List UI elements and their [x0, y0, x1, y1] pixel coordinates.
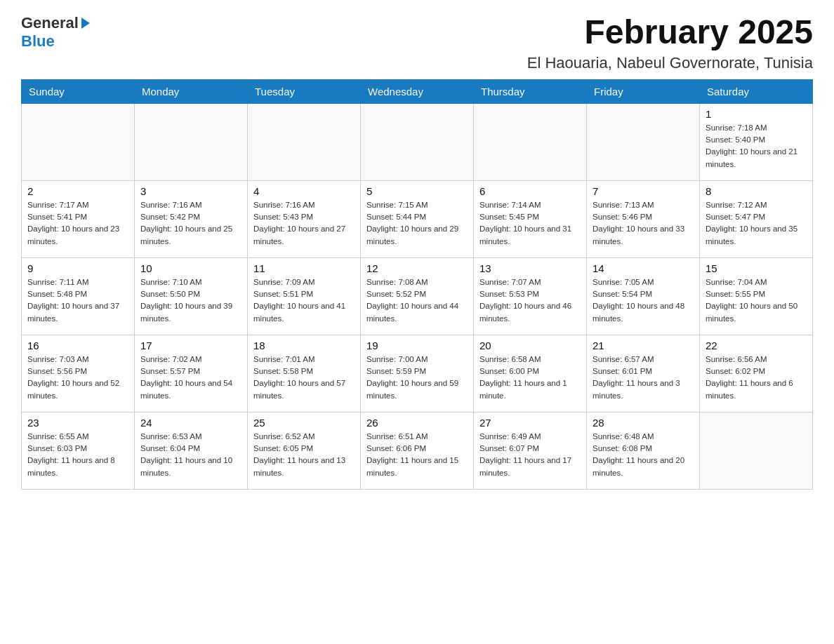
calendar-cell	[22, 103, 135, 180]
calendar-cell: 24Sunrise: 6:53 AM Sunset: 6:04 PM Dayli…	[135, 412, 248, 489]
day-number: 10	[140, 262, 241, 274]
calendar-cell: 2Sunrise: 7:17 AM Sunset: 5:41 PM Daylig…	[22, 180, 135, 257]
day-info: Sunrise: 6:48 AM Sunset: 6:08 PM Dayligh…	[593, 431, 694, 479]
day-number: 22	[706, 340, 807, 351]
calendar-cell: 12Sunrise: 7:08 AM Sunset: 5:52 PM Dayli…	[361, 257, 474, 335]
day-number: 5	[366, 185, 468, 197]
location-title: El Haouaria, Nabeul Governorate, Tunisia	[527, 54, 813, 72]
day-number: 3	[140, 185, 241, 197]
day-info: Sunrise: 7:13 AM Sunset: 5:46 PM Dayligh…	[593, 199, 694, 248]
calendar: SundayMondayTuesdayWednesdayThursdayFrid…	[21, 79, 813, 490]
day-number: 19	[366, 340, 468, 351]
day-number: 23	[27, 417, 128, 429]
week-row-5: 23Sunrise: 6:55 AM Sunset: 6:03 PM Dayli…	[22, 412, 813, 489]
logo-general-text: General	[21, 14, 79, 32]
calendar-cell: 11Sunrise: 7:09 AM Sunset: 5:51 PM Dayli…	[248, 257, 361, 335]
day-info: Sunrise: 6:51 AM Sunset: 6:06 PM Dayligh…	[366, 431, 468, 479]
calendar-cell: 3Sunrise: 7:16 AM Sunset: 5:42 PM Daylig…	[135, 180, 248, 257]
day-info: Sunrise: 7:01 AM Sunset: 5:58 PM Dayligh…	[253, 354, 355, 402]
day-info: Sunrise: 7:08 AM Sunset: 5:52 PM Dayligh…	[366, 276, 468, 325]
day-info: Sunrise: 7:17 AM Sunset: 5:41 PM Dayligh…	[27, 199, 128, 248]
day-number: 24	[140, 417, 241, 429]
day-number: 7	[593, 185, 694, 197]
day-number: 8	[706, 185, 807, 197]
weekday-header-sunday: Sunday	[22, 79, 135, 103]
calendar-cell: 4Sunrise: 7:16 AM Sunset: 5:43 PM Daylig…	[248, 180, 361, 257]
day-info: Sunrise: 7:02 AM Sunset: 5:57 PM Dayligh…	[140, 354, 241, 402]
weekday-header-friday: Friday	[587, 79, 700, 103]
calendar-cell: 25Sunrise: 6:52 AM Sunset: 6:05 PM Dayli…	[248, 412, 361, 489]
calendar-cell	[135, 103, 248, 180]
calendar-cell: 16Sunrise: 7:03 AM Sunset: 5:56 PM Dayli…	[22, 335, 135, 412]
day-number: 15	[706, 262, 807, 274]
day-info: Sunrise: 7:12 AM Sunset: 5:47 PM Dayligh…	[706, 199, 807, 248]
calendar-cell: 15Sunrise: 7:04 AM Sunset: 5:55 PM Dayli…	[700, 257, 813, 335]
calendar-cell: 5Sunrise: 7:15 AM Sunset: 5:44 PM Daylig…	[361, 180, 474, 257]
calendar-header: SundayMondayTuesdayWednesdayThursdayFrid…	[22, 79, 813, 103]
day-number: 18	[253, 340, 355, 351]
week-row-2: 2Sunrise: 7:17 AM Sunset: 5:41 PM Daylig…	[22, 180, 813, 257]
calendar-cell: 13Sunrise: 7:07 AM Sunset: 5:53 PM Dayli…	[474, 257, 587, 335]
weekday-header-row: SundayMondayTuesdayWednesdayThursdayFrid…	[22, 79, 813, 103]
weekday-header-wednesday: Wednesday	[361, 79, 474, 103]
day-info: Sunrise: 6:57 AM Sunset: 6:01 PM Dayligh…	[593, 354, 694, 402]
calendar-cell: 17Sunrise: 7:02 AM Sunset: 5:57 PM Dayli…	[135, 335, 248, 412]
day-info: Sunrise: 6:58 AM Sunset: 6:00 PM Dayligh…	[479, 354, 581, 402]
logo: General Blue	[21, 14, 90, 51]
calendar-cell: 8Sunrise: 7:12 AM Sunset: 5:47 PM Daylig…	[700, 180, 813, 257]
calendar-cell: 28Sunrise: 6:48 AM Sunset: 6:08 PM Dayli…	[587, 412, 700, 489]
day-number: 21	[593, 340, 694, 351]
weekday-header-monday: Monday	[135, 79, 248, 103]
calendar-cell: 10Sunrise: 7:10 AM Sunset: 5:50 PM Dayli…	[135, 257, 248, 335]
logo-chevron-icon	[81, 18, 90, 29]
day-number: 1	[706, 108, 807, 120]
calendar-cell	[587, 103, 700, 180]
day-number: 13	[479, 262, 581, 274]
day-number: 12	[366, 262, 468, 274]
day-number: 16	[27, 340, 128, 351]
day-info: Sunrise: 7:16 AM Sunset: 5:42 PM Dayligh…	[140, 199, 241, 248]
calendar-body: 1Sunrise: 7:18 AM Sunset: 5:40 PM Daylig…	[22, 103, 813, 489]
day-info: Sunrise: 7:07 AM Sunset: 5:53 PM Dayligh…	[479, 276, 581, 325]
day-info: Sunrise: 7:09 AM Sunset: 5:51 PM Dayligh…	[253, 276, 355, 325]
month-title: February 2025	[527, 14, 813, 51]
calendar-cell: 19Sunrise: 7:00 AM Sunset: 5:59 PM Dayli…	[361, 335, 474, 412]
week-row-1: 1Sunrise: 7:18 AM Sunset: 5:40 PM Daylig…	[22, 103, 813, 180]
week-row-3: 9Sunrise: 7:11 AM Sunset: 5:48 PM Daylig…	[22, 257, 813, 335]
calendar-cell: 22Sunrise: 6:56 AM Sunset: 6:02 PM Dayli…	[700, 335, 813, 412]
calendar-cell	[361, 103, 474, 180]
day-info: Sunrise: 7:04 AM Sunset: 5:55 PM Dayligh…	[706, 276, 807, 325]
day-number: 2	[27, 185, 128, 197]
calendar-cell: 7Sunrise: 7:13 AM Sunset: 5:46 PM Daylig…	[587, 180, 700, 257]
calendar-cell	[248, 103, 361, 180]
day-info: Sunrise: 7:16 AM Sunset: 5:43 PM Dayligh…	[253, 199, 355, 248]
day-info: Sunrise: 7:11 AM Sunset: 5:48 PM Dayligh…	[27, 276, 128, 325]
calendar-cell: 26Sunrise: 6:51 AM Sunset: 6:06 PM Dayli…	[361, 412, 474, 489]
day-info: Sunrise: 7:03 AM Sunset: 5:56 PM Dayligh…	[27, 354, 128, 402]
day-number: 27	[479, 417, 581, 429]
weekday-header-saturday: Saturday	[700, 79, 813, 103]
title-area: February 2025 El Haouaria, Nabeul Govern…	[527, 14, 813, 72]
day-number: 28	[593, 417, 694, 429]
week-row-4: 16Sunrise: 7:03 AM Sunset: 5:56 PM Dayli…	[22, 335, 813, 412]
day-info: Sunrise: 7:14 AM Sunset: 5:45 PM Dayligh…	[479, 199, 581, 248]
day-info: Sunrise: 7:15 AM Sunset: 5:44 PM Dayligh…	[366, 199, 468, 248]
day-info: Sunrise: 6:52 AM Sunset: 6:05 PM Dayligh…	[253, 431, 355, 479]
weekday-header-tuesday: Tuesday	[248, 79, 361, 103]
calendar-cell: 14Sunrise: 7:05 AM Sunset: 5:54 PM Dayli…	[587, 257, 700, 335]
calendar-cell: 27Sunrise: 6:49 AM Sunset: 6:07 PM Dayli…	[474, 412, 587, 489]
day-number: 26	[366, 417, 468, 429]
calendar-cell: 6Sunrise: 7:14 AM Sunset: 5:45 PM Daylig…	[474, 180, 587, 257]
day-info: Sunrise: 6:49 AM Sunset: 6:07 PM Dayligh…	[479, 431, 581, 479]
day-info: Sunrise: 7:00 AM Sunset: 5:59 PM Dayligh…	[366, 354, 468, 402]
calendar-cell: 20Sunrise: 6:58 AM Sunset: 6:00 PM Dayli…	[474, 335, 587, 412]
day-number: 20	[479, 340, 581, 351]
day-number: 11	[253, 262, 355, 274]
calendar-cell: 18Sunrise: 7:01 AM Sunset: 5:58 PM Dayli…	[248, 335, 361, 412]
header: General Blue February 2025 El Haouaria, …	[21, 14, 813, 72]
calendar-cell	[474, 103, 587, 180]
day-info: Sunrise: 6:55 AM Sunset: 6:03 PM Dayligh…	[27, 431, 128, 479]
calendar-cell: 23Sunrise: 6:55 AM Sunset: 6:03 PM Dayli…	[22, 412, 135, 489]
day-info: Sunrise: 7:18 AM Sunset: 5:40 PM Dayligh…	[706, 122, 807, 170]
weekday-header-thursday: Thursday	[474, 79, 587, 103]
